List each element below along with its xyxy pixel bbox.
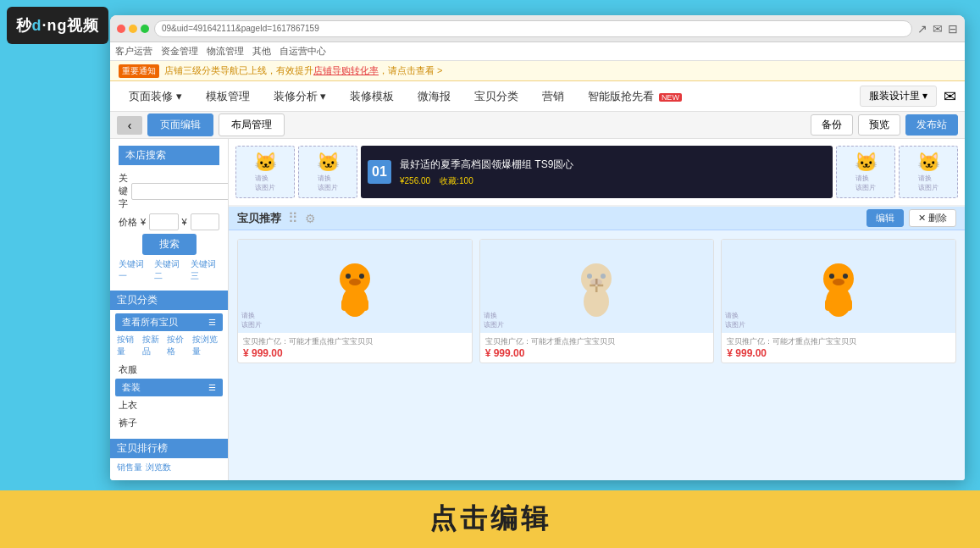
svg-rect-5 [341,299,348,311]
toolbar-other[interactable]: 其他 [252,45,271,58]
svg-point-9 [587,274,592,279]
price-from: ¥ [141,217,146,227]
nav-decoration-template[interactable]: 装修模板 [340,86,404,108]
main-nav: 页面装修 ▾ 模板管理 装修分析 ▾ 装修模板 微海报 宝贝分类 营销 智能版抢… [110,81,965,112]
banner-price-row: ¥256.00 收藏:100 [400,175,573,187]
product-info-2: 宝贝推广亿：可能才重点推广宝宝贝贝 ¥ 999.00 [480,333,714,363]
price-from-input[interactable] [149,213,178,230]
filter-views[interactable]: 按浏览量 [192,334,221,357]
toolbar-logistics[interactable]: 物流管理 [207,45,244,58]
banner-price: ¥256.00 [400,176,430,185]
cat-all-label: 查看所有宝贝 [122,316,178,329]
panel-header: 宝贝推荐 ⠿ ⚙ 编辑 ✕ 删除 [229,207,965,230]
filter-new[interactable]: 按新品 [142,334,164,357]
product-price-2: ¥ 999.00 [485,347,709,359]
img-placeholder-text-1: 请换该图片 [241,311,262,329]
banner-collect: 收藏:100 [440,176,473,185]
rank-sales[interactable]: 销售量 [117,462,142,473]
filter-sales[interactable]: 按销量 [117,334,139,357]
tab-page-edit[interactable]: 页面编辑 [147,113,213,136]
keyword-input[interactable] [131,183,229,200]
mascot-placeholder-img-2: 🐱 [317,152,340,174]
filter-price[interactable]: 按价格 [167,334,189,357]
address-bar[interactable]: 09&uid=491642111&pageId=1617867159 [154,20,912,37]
rank-views[interactable]: 浏览数 [146,462,171,473]
product-promo-2: 宝贝推广亿：可能才重点推广宝宝贝贝 [485,336,709,347]
product-price-1: ¥ 999.00 [243,347,467,359]
search-links: 关键词一 关键词二 关键词三 [119,258,219,282]
cat-pants[interactable]: 裤子 [110,414,228,432]
rank-links: 销售量 浏览数 [110,462,228,473]
shop-search-module: 本店搜索 关键字 价格 ¥ ¥ 搜索 关键词一 关键词二 关键词三 [110,139,228,289]
browser-window: 09&uid=491642111&pageId=1617867159 ↗ ✉ ⊟… [110,15,965,480]
logo: 秒d·ng视频 [7,7,108,44]
close-dot[interactable] [117,25,125,33]
cat-filters: 按销量 按新品 按价格 按浏览量 [110,334,228,357]
svg-point-10 [601,274,606,279]
keyword-link-3[interactable]: 关键词三 [191,258,219,282]
search-button[interactable]: 搜索 [142,234,197,255]
rank-section: 宝贝排行榜 销售量 浏览数 [110,439,228,480]
svg-point-12 [584,286,609,317]
cat-suit-label: 套装 [122,381,141,394]
notice-link[interactable]: 店铺导购转化率 [313,64,379,77]
panel-title: 宝贝推荐 [237,211,281,226]
nav-item-category[interactable]: 宝贝分类 [464,86,529,108]
svg-rect-19 [845,299,852,311]
design-selector[interactable]: 服装设计里 ▾ [860,86,937,107]
notice-suffix: ，请点击查看 > [379,64,442,77]
notice-text: 店铺三级分类导航已上线，有效提升 [164,64,313,77]
backup-button[interactable]: 备份 [811,114,853,136]
content-area: 本店搜索 关键字 价格 ¥ ¥ 搜索 关键词一 关键词二 关键词三 [110,139,965,480]
cat-clothing[interactable]: 衣服 [110,361,228,379]
publish-button[interactable]: 发布站 [905,114,958,136]
toolbar-finance[interactable]: 资金管理 [161,45,198,58]
product-img-2: ✛ 请换该图片 [480,240,714,333]
nav-decoration-analysis[interactable]: 装修分析 ▾ [263,86,337,108]
mail-icon[interactable]: ✉ [933,22,943,36]
settings-icon: ⚙ [305,212,316,225]
category-section: 宝贝分类 查看所有宝贝 ☰ 按销量 按新品 按价格 按浏览量 衣服 套装 ☰ 上… [110,291,228,437]
shop-search-title: 本店搜索 [119,146,219,165]
product-grid: 请换该图片 宝贝推广亿：可能才重点推广宝宝贝贝 ¥ 999.00 ✛ [237,239,956,363]
toolbar-selfops[interactable]: 自运营中心 [280,45,326,58]
preview-button[interactable]: 预览 [858,114,900,136]
product-info-3: 宝贝推广亿：可能才重点推广宝宝贝贝 ¥ 999.00 [722,333,955,363]
address-text: 09&uid=491642111&pageId=1617867159 [162,24,319,33]
banner-number: 01 [368,160,391,184]
placeholder-text-4: 请换该图片 [918,174,938,192]
drag-icon: ⠿ [288,210,298,226]
nav-page-decoration[interactable]: 页面装修 ▾ [119,86,192,108]
product-card-1: 请换该图片 宝贝推广亿：可能才重点推广宝宝贝贝 ¥ 999.00 [237,239,473,363]
nav-mail-icon[interactable]: ✉ [944,87,956,106]
tab-layout-mgmt[interactable]: 布局管理 [219,113,285,136]
nav-template-mgmt[interactable]: 模板管理 [196,86,260,108]
cat-top[interactable]: 上衣 [110,396,228,414]
cat-suit[interactable]: 套装 ☰ [115,379,223,396]
maximize-dot[interactable] [141,25,149,33]
minimize-dot[interactable] [129,25,137,33]
browser-dots [117,25,149,33]
svg-rect-18 [825,299,832,311]
price-label: 价格 [119,216,137,229]
back-button[interactable]: ‹ [117,116,142,135]
delete-button[interactable]: ✕ 删除 [909,209,956,227]
nav-smart-preview[interactable]: 智能版抢先看 NEW [578,86,692,108]
taobao-toolbar: 客户运营 资金管理 物流管理 其他 自运营中心 [110,42,965,61]
toolbar-customer[interactable]: 客户运营 [115,45,152,58]
keyword-link-2[interactable]: 关键词二 [154,258,183,282]
mascot-placeholder-img: 🐱 [254,152,277,174]
cat-all-items[interactable]: 查看所有宝贝 ☰ [115,313,223,331]
price-to-input[interactable] [191,213,219,230]
nav-micro-poster[interactable]: 微海报 [407,86,461,108]
nav-badge: NEW [659,93,682,102]
left-sidebar: 本店搜索 关键字 价格 ¥ ¥ 搜索 关键词一 关键词二 关键词三 [110,139,229,480]
window-icon[interactable]: ⊟ [948,22,958,36]
edit-button[interactable]: 编辑 [866,209,904,227]
mascot-placeholder-img-4: 🐱 [917,152,940,174]
nav-marketing[interactable]: 营销 [532,86,574,108]
bottom-caption: 点击编辑 [0,490,980,548]
banner-product-title: 最好适的夏季高档圆领爆棚组 TS9圆心 [400,158,573,172]
share-icon[interactable]: ↗ [917,22,927,36]
keyword-link-1[interactable]: 关键词一 [119,258,147,282]
